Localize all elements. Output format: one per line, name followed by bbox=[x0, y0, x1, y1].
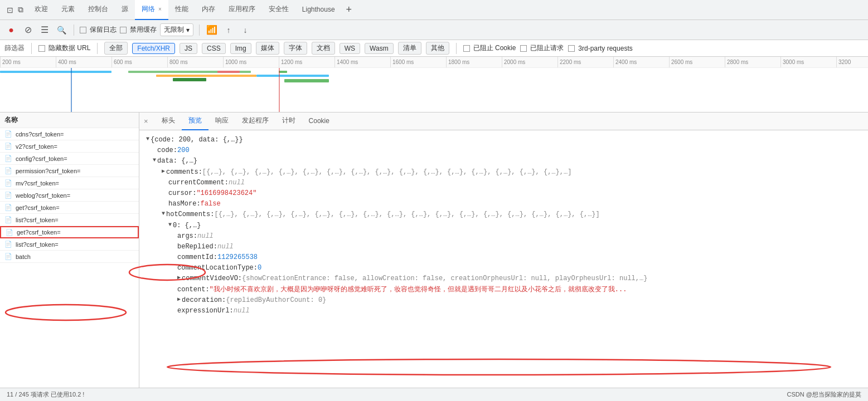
item0-toggle[interactable]: ▼ bbox=[168, 221, 172, 229]
filter-wasm[interactable]: Wasm bbox=[365, 43, 394, 54]
filter-all[interactable]: 全部 bbox=[104, 42, 128, 55]
tab-performance[interactable]: 性能 bbox=[168, 0, 195, 20]
ruler-mark: 3000 ms bbox=[780, 57, 836, 67]
tab-network[interactable]: 网络 × bbox=[135, 0, 168, 20]
request-item[interactable]: 📄v2?csrf_token= bbox=[0, 140, 139, 153]
req-file-icon: 📄 bbox=[4, 155, 12, 162]
request-item[interactable]: 📄batch bbox=[0, 251, 139, 263]
detail-tab-initiator[interactable]: 发起程序 bbox=[235, 113, 275, 130]
disable-cache-checkbox[interactable]: 禁用缓存 bbox=[120, 25, 157, 35]
tab-add-button[interactable]: + bbox=[342, 4, 357, 16]
json-hasmore-line: hasMore: false bbox=[168, 199, 861, 209]
tl-bar-6 bbox=[256, 75, 329, 77]
filter-js[interactable]: JS bbox=[180, 43, 197, 54]
hide-data-url-checkbox[interactable]: 隐藏数据 URL bbox=[38, 43, 90, 53]
json-code-line: code: 200 bbox=[157, 145, 861, 156]
tab-console[interactable]: 控制台 bbox=[81, 0, 115, 20]
filter-sep2 bbox=[97, 43, 98, 54]
request-item[interactable]: 📄get?csrf_token= bbox=[0, 226, 139, 238]
ruler-mark: 2200 ms bbox=[557, 57, 613, 67]
req-file-icon: 📄 bbox=[4, 192, 12, 199]
detail-tab-timing[interactable]: 计时 bbox=[275, 113, 302, 130]
hotcomments-toggle[interactable]: ▼ bbox=[162, 209, 165, 218]
request-item[interactable]: 📄cdns?csrf_token= bbox=[0, 128, 139, 140]
filter-fetch-xhr[interactable]: Fetch/XHR bbox=[132, 43, 175, 54]
request-item[interactable]: 📄list?csrf_token= bbox=[0, 214, 139, 226]
dock-icon[interactable]: ⊡ bbox=[7, 6, 13, 14]
req-name: get?csrf_token= bbox=[16, 204, 60, 211]
tab-sources[interactable]: 源 bbox=[115, 0, 135, 20]
detail-tab-headers[interactable]: 标头 bbox=[155, 113, 182, 130]
tl-bar-8 bbox=[284, 79, 329, 82]
ruler-mark: 1800 ms bbox=[446, 57, 502, 67]
detail-tab-response[interactable]: 响应 bbox=[208, 113, 235, 130]
upload-button[interactable]: ↑ bbox=[222, 23, 235, 37]
record-button[interactable]: ● bbox=[4, 23, 18, 37]
req-file-icon: 📄 bbox=[4, 179, 12, 187]
preserve-log-checkbox[interactable]: 保留日志 bbox=[80, 25, 117, 35]
filter-media[interactable]: 媒体 bbox=[256, 42, 279, 55]
filter-manifest[interactable]: 清单 bbox=[398, 42, 421, 55]
data-toggle[interactable]: ▼ bbox=[153, 156, 156, 165]
wifi-icon[interactable]: 📶 bbox=[205, 23, 219, 37]
ruler-mark: 2600 ms bbox=[669, 57, 725, 67]
req-file-icon: 📄 bbox=[6, 229, 13, 236]
filter-img[interactable]: Img bbox=[230, 43, 251, 54]
root-toggle[interactable]: ▼ bbox=[146, 135, 149, 144]
filter-label: 篩选器 bbox=[4, 43, 25, 53]
ruler-mark: 1600 ms bbox=[390, 57, 446, 67]
undock-icon[interactable]: ⧉ bbox=[18, 5, 23, 14]
request-item[interactable]: 📄get?csrf_token= bbox=[0, 202, 139, 214]
search-button[interactable]: 🔍 bbox=[55, 23, 68, 37]
filter-css[interactable]: CSS bbox=[202, 43, 226, 54]
request-item[interactable]: 📄weblog?csrf_token= bbox=[0, 189, 139, 202]
filter-doc[interactable]: 文档 bbox=[312, 42, 335, 55]
devtools-icons: ⊡ ⧉ bbox=[2, 5, 28, 14]
request-item[interactable]: 📄permission?csrf_token= bbox=[0, 165, 139, 177]
json-data-line: ▼ data: {,…} bbox=[153, 156, 861, 167]
tab-network-close[interactable]: × bbox=[158, 6, 162, 12]
timeline-content bbox=[0, 68, 868, 113]
tab-security[interactable]: 安全性 bbox=[262, 0, 295, 20]
filter-other[interactable]: 其他 bbox=[426, 42, 449, 55]
tab-application[interactable]: 应用程序 bbox=[222, 0, 262, 20]
tab-lighthouse[interactable]: Lighthouse bbox=[295, 0, 342, 20]
network-toolbar: ● ⊘ ☰ 🔍 保留日志 禁用缓存 无限制 ▾ 📶 ↑ ↓ bbox=[0, 20, 868, 40]
req-file-icon: 📄 bbox=[4, 130, 12, 138]
tab-memory[interactable]: 内存 bbox=[195, 0, 222, 20]
filter-ws[interactable]: WS bbox=[340, 43, 360, 54]
main-area: 名称 📄cdns?csrf_token=📄v2?csrf_token=📄conf… bbox=[0, 113, 868, 388]
throttle-select[interactable]: 无限制 ▾ bbox=[160, 23, 193, 36]
detail-tab-cookies[interactable]: Cookie bbox=[302, 113, 336, 130]
ruler-mark: 1400 ms bbox=[334, 57, 390, 67]
ruler-mark: 3200 bbox=[836, 57, 868, 67]
detail-tabs-bar: × 标头 预览 响应 发起程序 计时 Cookie bbox=[139, 113, 868, 130]
timeline-ruler: 200 ms400 ms600 ms800 ms1000 ms1200 ms14… bbox=[0, 57, 868, 68]
decoration-toggle[interactable]: ▶ bbox=[177, 295, 181, 304]
tab-elements[interactable]: 元素 bbox=[55, 0, 81, 20]
ruler-mark: 1200 ms bbox=[279, 57, 334, 67]
request-item[interactable]: 📄mv?csrf_token= bbox=[0, 177, 139, 189]
json-commentid-line: commentId: 1129265538 bbox=[177, 252, 861, 263]
request-item[interactable]: 📄config?csrf_token= bbox=[0, 153, 139, 165]
ruler-mark: 800 ms bbox=[167, 57, 223, 67]
status-bar: 11 / 245 项请求 已使用10.2 ! CSDN @想当探险家的提莫 bbox=[0, 388, 868, 401]
commentvideovo-toggle[interactable]: ▶ bbox=[177, 273, 181, 282]
filter-font[interactable]: 字体 bbox=[284, 42, 307, 55]
filter-toggle-button[interactable]: ☰ bbox=[38, 23, 51, 37]
comments-toggle[interactable]: ▶ bbox=[162, 167, 165, 176]
blocked-request-checkbox[interactable]: 已阻止请求 bbox=[520, 43, 564, 53]
tab-welcome[interactable]: 欢迎 bbox=[28, 0, 55, 20]
ruler-mark: 400 ms bbox=[56, 57, 111, 67]
detail-tab-preview[interactable]: 预览 bbox=[182, 113, 208, 130]
third-party-icon bbox=[568, 45, 575, 52]
json-cursor-line: cursor: "1616998423624" bbox=[168, 188, 861, 199]
detail-close-button[interactable]: × bbox=[142, 117, 151, 125]
blocked-cookie-checkbox[interactable]: 已阻止 Cookie bbox=[463, 43, 516, 53]
request-item[interactable]: 📄list?csrf_token= bbox=[0, 238, 139, 251]
third-party-checkbox[interactable]: 3rd-party requests bbox=[568, 45, 632, 52]
clear-button[interactable]: ⊘ bbox=[21, 23, 35, 37]
timeline-area: 200 ms400 ms600 ms800 ms1000 ms1200 ms14… bbox=[0, 57, 868, 113]
download-button[interactable]: ↓ bbox=[239, 23, 252, 37]
req-name: list?csrf_token= bbox=[16, 217, 59, 223]
